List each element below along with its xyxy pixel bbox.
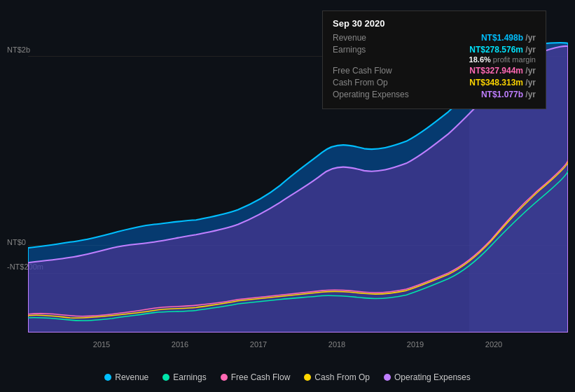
tooltip-row-value: NT$1.077b /yr xyxy=(481,90,536,99)
tooltip-row-label: Cash From Op xyxy=(333,78,388,88)
legend-label: Free Cash Flow xyxy=(231,372,291,382)
tooltip-row: Free Cash FlowNT$327.944m /yr xyxy=(333,66,536,76)
tooltip-row: RevenueNT$1.498b /yr xyxy=(333,33,536,43)
tooltip-row: Cash From OpNT$348.313m /yr xyxy=(333,78,536,88)
x-label-2019: 2019 xyxy=(407,340,424,349)
legend: RevenueEarningsFree Cash FlowCash From O… xyxy=(0,372,575,382)
tooltip-row-value: NT$327.944m /yr xyxy=(469,66,536,76)
chart-container: Sep 30 2020 RevenueNT$1.498b /yrEarnings… xyxy=(0,0,575,392)
legend-item[interactable]: Cash From Op xyxy=(304,372,370,382)
tooltip-row-label: Free Cash Flow xyxy=(333,66,392,76)
x-label-2015: 2015 xyxy=(93,340,110,349)
tooltip-date: Sep 30 2020 xyxy=(333,18,536,29)
tooltip-row-value: NT$278.576m /yr xyxy=(469,45,536,55)
y-label-2b: NT$2b xyxy=(7,46,30,54)
tooltip-row-label: Operating Expenses xyxy=(333,90,409,99)
x-label-2018: 2018 xyxy=(328,340,345,349)
legend-dot xyxy=(221,374,228,381)
legend-label: Cash From Op xyxy=(314,372,370,382)
tooltip-row-label: Earnings xyxy=(333,45,366,55)
legend-label: Revenue xyxy=(115,372,148,382)
legend-dot xyxy=(304,374,311,381)
tooltip-row: EarningsNT$278.576m /yr18.6% profit marg… xyxy=(333,45,536,64)
tooltip-box: Sep 30 2020 RevenueNT$1.498b /yrEarnings… xyxy=(322,10,546,109)
tooltip-row-value: NT$1.498b /yr xyxy=(481,33,536,43)
legend-item[interactable]: Revenue xyxy=(104,372,148,382)
tooltip-row-sub: 18.6% profit margin xyxy=(469,55,536,64)
legend-dot xyxy=(162,374,169,381)
tooltip-row-label: Revenue xyxy=(333,33,366,43)
legend-dot xyxy=(104,374,111,381)
y-label-0: NT$0 xyxy=(7,238,26,246)
x-label-2017: 2017 xyxy=(250,340,267,349)
x-label-2020: 2020 xyxy=(485,340,502,349)
legend-label: Operating Expenses xyxy=(394,372,471,382)
tooltip-row: Operating ExpensesNT$1.077b /yr xyxy=(333,90,536,99)
legend-label: Earnings xyxy=(173,372,206,382)
legend-item[interactable]: Free Cash Flow xyxy=(221,372,291,382)
legend-item[interactable]: Earnings xyxy=(162,372,206,382)
x-label-2016: 2016 xyxy=(172,340,188,349)
legend-dot xyxy=(384,374,391,381)
legend-item[interactable]: Operating Expenses xyxy=(384,372,471,382)
tooltip-row-value: NT$348.313m /yr xyxy=(469,78,536,88)
